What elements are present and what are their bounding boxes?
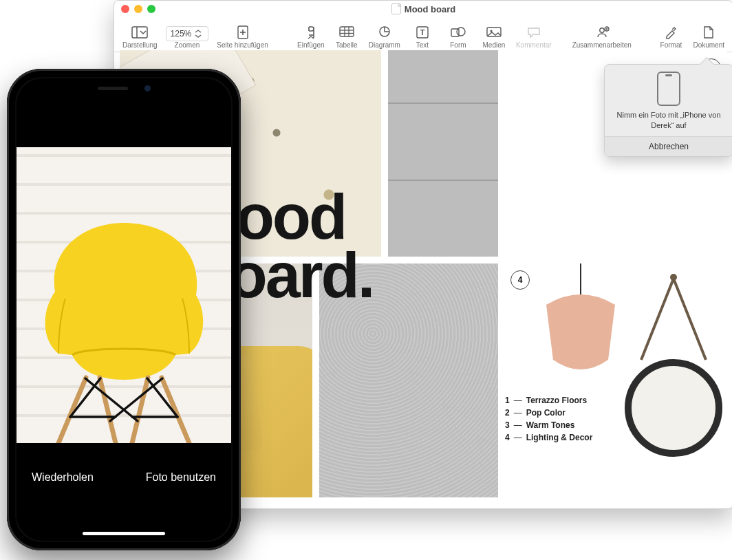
document-settings-icon bbox=[699, 25, 718, 40]
iphone-notch bbox=[69, 78, 179, 98]
toolbar-add-page-button[interactable]: Seite hinzufügen bbox=[213, 25, 272, 49]
svg-line-31 bbox=[110, 378, 162, 421]
svg-point-16 bbox=[490, 30, 492, 32]
toolbar-comment-button: Kommentar bbox=[512, 25, 556, 49]
toolbar-view-label: Darstellung bbox=[122, 41, 158, 49]
document-icon bbox=[391, 3, 401, 14]
retake-button[interactable]: Wiederholen bbox=[32, 471, 94, 484]
toolbar-format-button[interactable]: Format bbox=[653, 25, 689, 49]
legend-row: 1—Terrazzo Floors bbox=[505, 394, 592, 407]
photo-subject-chair bbox=[34, 209, 213, 443]
toolbar-view-button[interactable]: Darstellung bbox=[118, 25, 162, 49]
moodboard-image-mirror[interactable] bbox=[622, 263, 723, 497]
toolbar: Darstellung 125% Zoomen Seite hinzufügen… bbox=[114, 17, 732, 52]
svg-rect-5 bbox=[340, 27, 354, 36]
toolbar-add-page-label: Seite hinzufügen bbox=[217, 41, 268, 49]
media-icon bbox=[484, 25, 504, 40]
add-page-icon bbox=[233, 25, 252, 40]
mirror-illustration bbox=[622, 270, 723, 491]
camera-bottom-bar: Wiederholen Foto benutzen bbox=[17, 429, 231, 541]
svg-point-17 bbox=[600, 28, 604, 32]
use-photo-button[interactable]: Foto benutzen bbox=[146, 471, 216, 484]
toolbar-table-button[interactable]: Tabelle bbox=[329, 25, 365, 49]
toolbar-zoom[interactable]: 125% Zoomen bbox=[162, 26, 213, 49]
toolbar-document-label: Dokument bbox=[693, 41, 724, 49]
toolbar-insert-label: Einfügen bbox=[297, 41, 324, 49]
comment-icon bbox=[524, 25, 543, 40]
toolbar-media-label: Medien bbox=[483, 41, 506, 49]
legend-row: 2—Pop Color bbox=[505, 407, 592, 419]
window-titlebar[interactable]: Mood board bbox=[114, 1, 732, 17]
iphone-outline-icon bbox=[657, 72, 680, 106]
toolbar-document-button[interactable]: Dokument bbox=[689, 25, 729, 49]
moodboard-legend: 1—Terrazzo Floors 2—Pop Color 3—Warm Ton… bbox=[505, 394, 592, 444]
popover-message: Nimm ein Foto mit „iPhone von Derek“ auf bbox=[610, 110, 727, 131]
toolbar-chart-button[interactable]: Diagramm bbox=[365, 25, 405, 49]
toolbar-comment-label: Kommentar bbox=[516, 41, 552, 49]
window-title: Mood board bbox=[114, 3, 732, 14]
svg-rect-13 bbox=[451, 29, 459, 36]
zoom-control[interactable]: 125% bbox=[166, 26, 209, 41]
annotation-circle-4: 4 bbox=[510, 270, 530, 290]
svg-text:T: T bbox=[420, 28, 425, 36]
toolbar-collaborate-button[interactable]: Zusammenarbeiten bbox=[568, 25, 636, 49]
view-icon bbox=[130, 25, 149, 40]
iphone-device: Wiederholen Foto benutzen bbox=[7, 69, 241, 550]
moodboard-image-concrete[interactable] bbox=[388, 50, 498, 257]
continuity-camera-popover: Nimm ein Foto mit „iPhone von Derek“ auf… bbox=[604, 64, 732, 157]
camera-photo-preview[interactable] bbox=[17, 147, 231, 443]
toolbar-chart-label: Diagramm bbox=[369, 41, 400, 49]
toolbar-shape-label: Form bbox=[450, 41, 466, 49]
toolbar-collaborate-label: Zusammenarbeiten bbox=[572, 41, 632, 49]
popover-cancel-button[interactable]: Abbrechen bbox=[605, 136, 732, 156]
chevron-updown-icon bbox=[193, 30, 204, 38]
speaker-icon bbox=[98, 87, 128, 90]
toolbar-text-label: Text bbox=[416, 41, 429, 49]
toolbar-text-button[interactable]: T Text bbox=[405, 25, 440, 49]
toolbar-format-label: Format bbox=[660, 41, 682, 49]
window-title-text: Mood board bbox=[405, 4, 455, 14]
toolbar-zoom-label: Zoomen bbox=[175, 41, 200, 49]
svg-line-28 bbox=[85, 378, 138, 421]
toolbar-shape-button[interactable]: Form bbox=[440, 25, 476, 49]
toolbar-insert-button[interactable]: Einfügen bbox=[293, 25, 329, 49]
svg-point-14 bbox=[457, 28, 465, 36]
toolbar-media-button[interactable]: Medien bbox=[476, 25, 512, 49]
chart-icon bbox=[375, 25, 394, 40]
collaborate-icon bbox=[592, 25, 612, 40]
zoom-value: 125% bbox=[171, 29, 192, 39]
insert-icon bbox=[301, 25, 321, 40]
svg-point-23 bbox=[628, 363, 719, 453]
legend-row: 3—Warm Tones bbox=[505, 419, 592, 431]
format-icon bbox=[661, 25, 680, 40]
legend-row: 4—Lighting & Decor bbox=[505, 431, 592, 444]
home-indicator[interactable] bbox=[83, 532, 165, 535]
front-camera-icon bbox=[144, 85, 151, 91]
toolbar-table-label: Tabelle bbox=[336, 41, 358, 49]
table-icon bbox=[337, 25, 356, 40]
text-icon: T bbox=[413, 25, 432, 40]
iphone-screen: Wiederholen Foto benutzen bbox=[17, 78, 231, 541]
shape-icon bbox=[449, 25, 468, 40]
